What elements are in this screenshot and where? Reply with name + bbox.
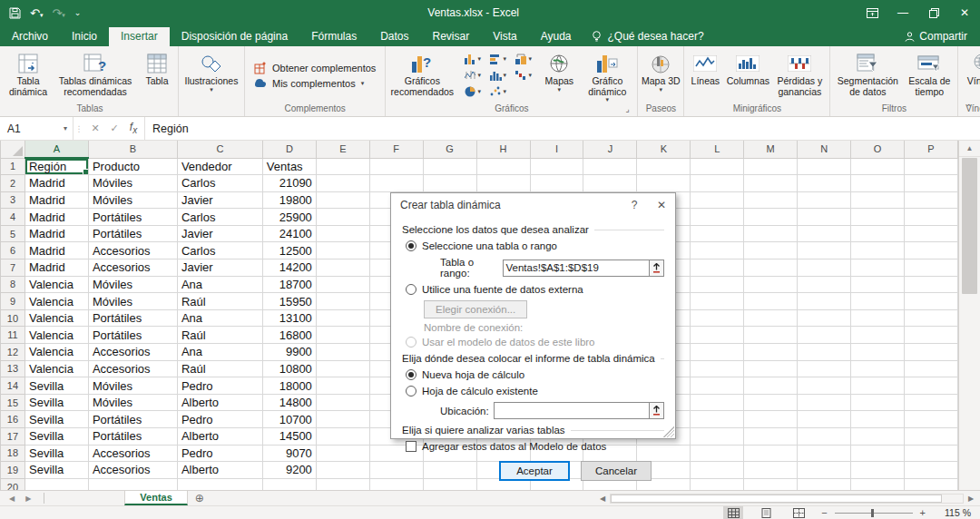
insert-statistic-chart-button[interactable]: ▾ [485, 67, 510, 83]
sparkline-columns-button[interactable]: Columnas [724, 47, 771, 103]
cell-C14[interactable]: Pedro [177, 377, 262, 395]
cell-B7[interactable]: Accesorios [88, 260, 177, 277]
cell-D8[interactable]: 18700 [262, 276, 316, 293]
cell-B17[interactable]: Portátiles [88, 428, 177, 446]
slicer-button[interactable]: Segmentación de datos [832, 47, 903, 103]
column-header-p[interactable]: P [904, 141, 957, 158]
cell-K2[interactable] [637, 175, 691, 192]
cell-O18[interactable] [851, 445, 905, 462]
collapse-ribbon-icon[interactable]: ⌃ [965, 103, 973, 113]
cell-B11[interactable]: Portátiles [88, 327, 177, 344]
cell-D14[interactable]: 18000 [262, 377, 316, 395]
tab-disposici-n-de-p-gina[interactable]: Disposición de página [170, 27, 299, 46]
cell-B1[interactable]: Producto [88, 158, 177, 175]
radio-external-source[interactable]: Utilice una fuente de datos externa [402, 284, 664, 295]
cell-A13[interactable]: Valencia [24, 360, 88, 377]
cell-C2[interactable]: Carlos [177, 175, 262, 192]
cell-O8[interactable] [851, 276, 905, 293]
cell-M1[interactable] [744, 158, 798, 175]
close-button[interactable]: ✕ [949, 0, 980, 25]
confirm-entry-icon[interactable]: ✓ [105, 122, 123, 134]
cell-D11[interactable]: 16800 [262, 327, 316, 344]
cell-O16[interactable] [851, 411, 905, 428]
cell-M19[interactable] [744, 462, 798, 479]
scroll-left-icon[interactable]: ◀ [595, 495, 610, 503]
name-box-dropdown-icon[interactable]: ▾ [64, 124, 67, 132]
cell-P15[interactable] [904, 394, 957, 411]
cell-N11[interactable] [798, 327, 851, 344]
checkbox-add-to-data-model[interactable]: Agregar estos datos al Modelo de datos [402, 441, 664, 452]
sheet-nav-left-icon[interactable]: ◀ [9, 495, 15, 503]
tab-vista[interactable]: Vista [481, 27, 528, 46]
column-header-l[interactable]: L [691, 141, 744, 158]
cell-C8[interactable]: Ana [177, 276, 262, 293]
vertical-scrollbar[interactable]: ▲ [958, 141, 980, 490]
cell-L3[interactable] [691, 191, 744, 209]
cell-E3[interactable] [316, 191, 369, 209]
row-header-1[interactable]: 1 [1, 158, 25, 175]
row-header-17[interactable]: 17 [1, 428, 25, 446]
cell-E7[interactable] [316, 260, 369, 277]
zoom-out-icon[interactable]: − [821, 507, 827, 518]
cell-A7[interactable]: Madrid [24, 260, 88, 277]
cell-L4[interactable] [691, 209, 744, 226]
cell-N17[interactable] [798, 428, 851, 446]
cell-E9[interactable] [316, 293, 369, 310]
new-sheet-icon[interactable]: ⊕ [188, 491, 211, 505]
cell-D3[interactable]: 19800 [262, 191, 316, 209]
column-header-e[interactable]: E [316, 141, 369, 158]
cell-M3[interactable] [744, 191, 798, 209]
cell-H1[interactable] [476, 158, 530, 175]
cell-N15[interactable] [798, 394, 851, 411]
recommended-charts-button[interactable]: ? Gráficos recomendados [387, 47, 456, 103]
cell-C1[interactable]: Vendedor [177, 158, 262, 175]
cell-E13[interactable] [316, 360, 369, 377]
cell-L10[interactable] [691, 309, 744, 327]
cell-E11[interactable] [316, 327, 369, 344]
cell-K1[interactable] [637, 158, 691, 175]
cell-D20[interactable] [262, 478, 316, 490]
cell-L18[interactable] [691, 445, 744, 462]
cell-L12[interactable] [691, 344, 744, 361]
cell-O14[interactable] [851, 377, 905, 395]
dialog-close-icon[interactable]: ✕ [648, 199, 675, 211]
cell-I2[interactable] [530, 175, 583, 192]
cell-N18[interactable] [798, 445, 851, 462]
cell-H2[interactable] [476, 175, 530, 192]
cell-B13[interactable]: Accesorios [88, 360, 177, 377]
column-header-j[interactable]: J [583, 141, 637, 158]
column-header-f[interactable]: F [369, 141, 423, 158]
cell-P10[interactable] [904, 309, 957, 327]
cell-N19[interactable] [798, 462, 851, 479]
formula-input[interactable]: Región [145, 117, 980, 140]
cell-L13[interactable] [691, 360, 744, 377]
scroll-right-icon[interactable]: ▶ [964, 495, 978, 503]
cell-M17[interactable] [744, 428, 798, 446]
timeline-button[interactable]: Escala de tiempo [903, 47, 956, 103]
cell-A14[interactable]: Sevilla [24, 377, 88, 395]
cell-D5[interactable]: 24100 [262, 225, 316, 242]
column-header-a[interactable]: A [24, 141, 88, 158]
zoom-slider[interactable] [835, 513, 913, 514]
cell-D10[interactable]: 13100 [262, 309, 316, 327]
map-3d-button[interactable]: Mapa 3D ▾ [640, 47, 681, 103]
cell-E17[interactable] [316, 428, 369, 446]
cell-O4[interactable] [851, 209, 905, 226]
cell-P1[interactable] [904, 158, 957, 175]
tab-datos[interactable]: Datos [368, 27, 420, 46]
cell-B14[interactable]: Móviles [88, 377, 177, 395]
cell-J1[interactable] [583, 158, 637, 175]
cell-O17[interactable] [851, 428, 905, 446]
row-header-12[interactable]: 12 [1, 344, 25, 361]
dialog-help-icon[interactable]: ? [621, 199, 648, 211]
cell-A9[interactable]: Valencia [24, 293, 88, 310]
cell-B9[interactable]: Móviles [88, 293, 177, 310]
column-header-n[interactable]: N [798, 141, 851, 158]
cell-N1[interactable] [798, 158, 851, 175]
cell-B8[interactable]: Móviles [88, 276, 177, 293]
cell-L17[interactable] [691, 428, 744, 446]
zoom-level[interactable]: 115 % [938, 507, 971, 518]
cell-O5[interactable] [851, 225, 905, 242]
cell-B15[interactable]: Móviles [88, 394, 177, 411]
cell-C3[interactable]: Javier [177, 191, 262, 209]
